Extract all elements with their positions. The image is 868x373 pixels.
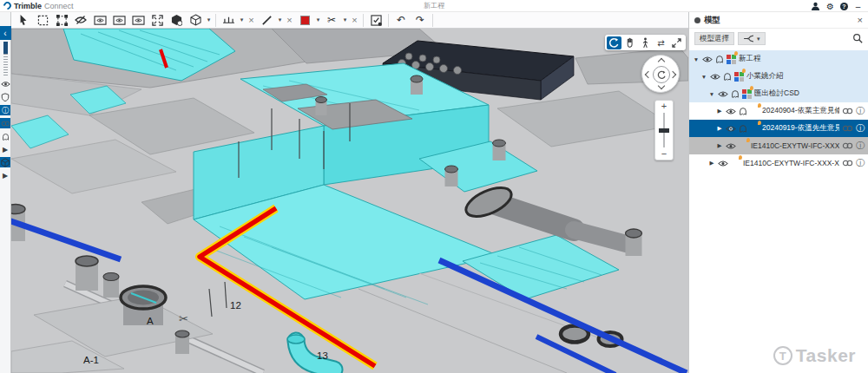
- draw-line-caret[interactable]: ▾: [276, 16, 284, 23]
- zoom-in-button[interactable]: +: [661, 101, 667, 112]
- visibility-eye-icon[interactable]: [726, 108, 736, 115]
- info-icon[interactable]: ⓘ: [856, 140, 865, 152]
- hide-object-icon[interactable]: [71, 13, 90, 28]
- tree-row-model[interactable]: ▶ IE1410C-EXYTW-IFC-XXX-XX-3D... ⓘ: [689, 137, 868, 154]
- select-cursor-icon[interactable]: [14, 13, 33, 28]
- info-icon[interactable]: ⓘ: [0, 105, 10, 115]
- ghost-mode-icon[interactable]: [715, 55, 724, 63]
- link-icon[interactable]: [0, 118, 10, 128]
- visibility-eye-icon[interactable]: [718, 90, 728, 98]
- eye-icon[interactable]: [0, 79, 10, 89]
- nav-orbit-center-icon[interactable]: [653, 66, 670, 83]
- link-icon[interactable]: [842, 142, 853, 149]
- model-3d-scene[interactable]: 12 A 13 A-1 ✂: [11, 29, 688, 373]
- model-reload-cube-icon[interactable]: [167, 13, 186, 28]
- dock-scroll-thumb[interactable]: [3, 42, 8, 54]
- info-icon[interactable]: ⓘ: [856, 122, 865, 134]
- search-icon[interactable]: [852, 33, 863, 45]
- tree-row-model-selected[interactable]: ▶ 20240919-依溫先生意見調... ⓘ: [689, 120, 868, 137]
- label-13: 13: [317, 350, 328, 361]
- minimize-icon[interactable]: –: [853, 2, 863, 11]
- model-color-swatch: [750, 107, 760, 116]
- dock-scroll-dots: [3, 54, 8, 76]
- expand-icon[interactable]: ▶: [716, 142, 723, 149]
- visibility-eye-icon[interactable]: [710, 73, 720, 81]
- help-icon[interactable]: ?: [840, 3, 848, 10]
- tree-row-model[interactable]: ▶ 20240904-依業主意見修正.ifc ⓘ: [689, 102, 868, 120]
- collapse-icon[interactable]: ▼: [708, 91, 715, 97]
- visibility-eye-icon[interactable]: [726, 125, 736, 133]
- collapse-panel-button[interactable]: ‹: [0, 26, 11, 40]
- link-icon[interactable]: [842, 160, 853, 167]
- link-icon[interactable]: [842, 125, 853, 132]
- fullscreen-icon[interactable]: [669, 36, 684, 49]
- nav-wheel[interactable]: [641, 55, 680, 93]
- package-icon[interactable]: [0, 157, 10, 167]
- ghost-mode-icon[interactable]: [731, 89, 740, 98]
- redo-icon[interactable]: ↷: [411, 13, 430, 28]
- user-icon[interactable]: [811, 2, 820, 11]
- tree-row-folder[interactable]: ▼ 小業姚介紹: [689, 68, 868, 85]
- collapse-icon[interactable]: ▼: [700, 74, 707, 80]
- ghost-mode-icon[interactable]: [739, 124, 747, 133]
- tree-row-folder[interactable]: ▼ 匯出檢討CSD: [689, 85, 868, 102]
- visibility-eye-icon[interactable]: [718, 160, 728, 167]
- gear-icon[interactable]: ⚙: [825, 2, 835, 11]
- color-swatch-caret[interactable]: ▾: [314, 16, 322, 23]
- shield-icon[interactable]: [0, 92, 10, 102]
- bounding-box-caret[interactable]: ▾: [205, 16, 213, 23]
- models-panel-subheader: 模型選擇 ▾: [689, 29, 868, 49]
- model-select-button[interactable]: 模型選擇: [694, 32, 734, 45]
- zoom-out-button[interactable]: −: [661, 148, 667, 160]
- toolbar-separator: [363, 14, 364, 27]
- measure-tool-icon[interactable]: [219, 13, 238, 28]
- ghost-mode-icon[interactable]: [739, 107, 747, 115]
- bounding-box-icon[interactable]: [186, 13, 205, 28]
- ghost-icon[interactable]: [0, 131, 10, 141]
- nav-right-icon[interactable]: [669, 71, 676, 78]
- tree-row-model[interactable]: ▶ IE1410C-EXYTW-IFC-XXX-XX-3D-R2... ⓘ: [689, 154, 868, 172]
- zoom-track[interactable]: [663, 113, 665, 147]
- link-icon[interactable]: [842, 108, 853, 115]
- draw-line-close-icon[interactable]: ×: [284, 13, 295, 28]
- expand-icon[interactable]: ▶: [716, 125, 723, 132]
- nav-down-icon[interactable]: [658, 82, 665, 89]
- markup-edit-icon[interactable]: [366, 13, 385, 28]
- tree-row-project[interactable]: ▼ 新工程: [689, 50, 868, 68]
- expand-right-icon[interactable]: ▶: [0, 144, 10, 154]
- view-box-alt-icon[interactable]: [128, 13, 148, 28]
- marquee-node-select-icon[interactable]: [52, 13, 71, 28]
- measure-caret[interactable]: ▾: [238, 16, 246, 23]
- swap-views-icon[interactable]: ⇄: [654, 36, 668, 49]
- viewport-3d[interactable]: 12 A 13 A-1 ✂ ⇄ + −: [11, 29, 688, 373]
- group-by-dropdown[interactable]: ▾: [738, 32, 766, 45]
- expand-right-icon[interactable]: ▶: [0, 170, 10, 180]
- info-icon[interactable]: ⓘ: [856, 157, 865, 169]
- pan-hand-icon[interactable]: [622, 36, 637, 49]
- visibility-eye-icon[interactable]: [726, 142, 736, 150]
- view-box-dashed-icon[interactable]: [90, 13, 109, 28]
- marquee-select-icon[interactable]: [33, 13, 52, 28]
- visibility-eye-icon[interactable]: [702, 56, 713, 63]
- view-box-icon[interactable]: [109, 13, 128, 28]
- expand-icon[interactable]: ▶: [716, 108, 723, 115]
- clip-caret[interactable]: ▾: [341, 16, 349, 23]
- walk-icon[interactable]: [638, 36, 653, 49]
- nav-up-icon[interactable]: [658, 58, 665, 65]
- collapse-icon[interactable]: ▼: [693, 56, 700, 62]
- zoom-handle[interactable]: [659, 128, 669, 133]
- ghost-mode-icon[interactable]: [723, 72, 732, 81]
- dock-scrollbar[interactable]: [3, 42, 8, 76]
- clip-scissors-icon[interactable]: ✂: [322, 13, 341, 28]
- expand-icon[interactable]: ▶: [708, 160, 715, 167]
- draw-line-icon[interactable]: [257, 13, 276, 28]
- orbit-icon[interactable]: [607, 36, 621, 49]
- undo-icon[interactable]: ↶: [391, 13, 411, 28]
- clip-close-icon[interactable]: ×: [349, 13, 360, 28]
- nav-left-icon[interactable]: [645, 71, 652, 78]
- info-icon[interactable]: ⓘ: [856, 105, 865, 117]
- close-panel-icon[interactable]: ×: [858, 15, 863, 25]
- zoom-extents-icon[interactable]: [148, 13, 167, 28]
- measure-close-icon[interactable]: ×: [246, 13, 257, 28]
- color-swatch[interactable]: [295, 13, 314, 28]
